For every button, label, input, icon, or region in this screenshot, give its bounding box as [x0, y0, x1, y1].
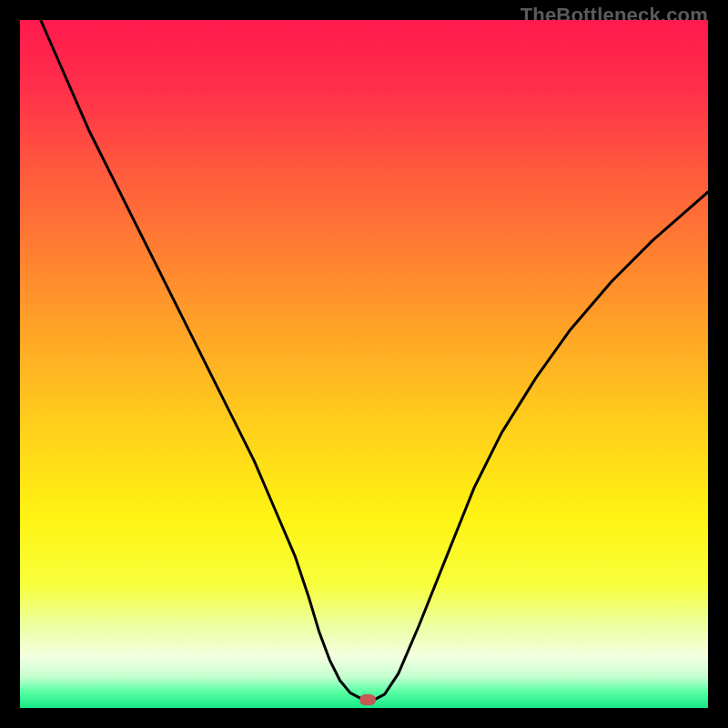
- gradient-background: [20, 20, 708, 708]
- plot-area: [20, 20, 708, 708]
- data-marker: [359, 694, 376, 705]
- chart-container: TheBottleneck.com: [0, 0, 728, 728]
- chart-svg: [20, 20, 708, 708]
